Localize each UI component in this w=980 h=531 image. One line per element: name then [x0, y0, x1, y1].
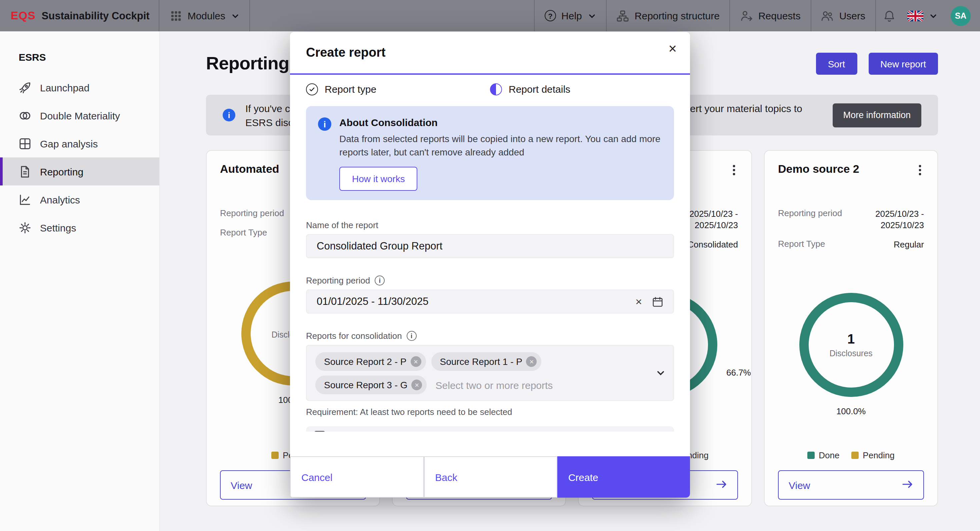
donut-value: 1 [847, 332, 855, 347]
legend-label: Done [819, 450, 839, 460]
dialog-stepper: Report type Report details [290, 75, 690, 104]
reporting-structure-button[interactable]: Reporting structure [607, 0, 730, 31]
donut-label: Disclosures [829, 349, 872, 358]
report-card: Demo source 2 Reporting period2025/10/23… [764, 150, 938, 506]
gear-icon [19, 221, 31, 234]
sidebar-item-label: Gap analysis [40, 138, 98, 149]
half-circle-icon [490, 83, 502, 95]
report-name-input[interactable]: Consolidated Group Report [306, 234, 674, 258]
consolidation-info-box: i About Consolidation Data from selected… [306, 106, 674, 200]
help-label: Help [562, 10, 582, 21]
back-button[interactable]: Back [424, 456, 557, 498]
how-it-works-button[interactable]: How it works [339, 167, 418, 191]
chevron-down-icon[interactable] [656, 368, 665, 378]
chevron-down-icon [588, 12, 596, 20]
kebab-menu-icon[interactable] [916, 163, 924, 180]
chevron-down-icon [231, 12, 239, 20]
donut-percent-label: 100.0% [836, 406, 865, 416]
top-navbar: EQS Sustainability Cockpit Modules ? Hel… [0, 0, 980, 31]
field-label: Report Type [778, 239, 825, 250]
modules-grid-icon [170, 10, 182, 22]
kebab-menu-icon[interactable] [730, 163, 738, 180]
report-name-value: Consolidated Group Report [317, 240, 663, 252]
notifications-button[interactable] [876, 0, 902, 31]
reports-multiselect[interactable]: Source Report 2 - P × Source Report 1 - … [306, 345, 674, 401]
sidebar-item-reporting[interactable]: Reporting [0, 158, 159, 185]
info-icon: i [223, 109, 235, 121]
divider [249, 0, 250, 31]
double-materiality-icon [19, 109, 31, 122]
calendar-icon[interactable] [652, 296, 663, 307]
uk-flag-icon [907, 10, 923, 21]
remove-chip-icon[interactable]: × [527, 356, 537, 367]
banner-text-line2: ESRS disc [245, 115, 293, 129]
modules-menu[interactable]: Modules [160, 0, 249, 31]
user-avatar[interactable]: SA [951, 6, 970, 26]
chevron-down-icon [929, 12, 937, 20]
arrow-right-icon [902, 479, 913, 491]
label-text: Name of the report [306, 220, 378, 230]
period-field-label: Reporting period i [306, 276, 674, 285]
sidebar-item-double-materiality[interactable]: Double Materiality [0, 101, 159, 129]
info-tooltip-icon[interactable]: i [407, 331, 417, 341]
clear-icon[interactable]: × [635, 296, 642, 307]
step-report-details[interactable]: Report details [490, 83, 674, 95]
donut-percent-label: 66.7% [726, 368, 751, 378]
legend-swatch [807, 451, 815, 459]
field-value: Consolidated [687, 239, 738, 250]
field-value: Regular [894, 239, 924, 250]
view-label: View [231, 479, 252, 491]
sidebar-item-launchpad[interactable]: Launchpad [0, 73, 159, 101]
sidebar-item-analytics[interactable]: Analytics [0, 185, 159, 214]
selected-report-chip: Source Report 2 - P × [315, 352, 426, 371]
report-icon [19, 165, 31, 178]
eqs-logo: EQS [11, 9, 36, 22]
language-selector[interactable] [902, 0, 943, 31]
selected-report-chip: Source Report 3 - G × [315, 376, 427, 394]
sidebar-item-settings[interactable]: Settings [0, 214, 159, 241]
step-report-type[interactable]: Report type [306, 83, 490, 95]
reporting-period-input[interactable]: 01/01/2025 - 11/30/2025 × [306, 290, 674, 314]
requests-label: Requests [758, 10, 801, 21]
new-report-button[interactable]: New report [868, 53, 938, 75]
selected-report-chip: Source Report 1 - P × [431, 352, 541, 371]
help-menu[interactable]: ? Help [535, 0, 606, 31]
bell-icon [883, 10, 895, 22]
sidebar-item-label: Launchpad [40, 82, 90, 93]
legend-swatch [271, 451, 278, 459]
dialog-header: Create report × [290, 32, 690, 75]
page-title: Reporting [206, 53, 290, 74]
remove-chip-icon[interactable]: × [412, 380, 422, 390]
reporting-period-value: 01/01/2025 - 11/30/2025 [317, 295, 635, 308]
info-tooltip-icon[interactable]: i [375, 276, 385, 285]
users-button[interactable]: Users [811, 0, 875, 31]
more-information-button[interactable]: More information [832, 103, 921, 127]
modules-label: Modules [188, 10, 225, 21]
requests-button[interactable]: Requests [730, 0, 811, 31]
field-label: Reporting period [220, 208, 284, 220]
checkbox[interactable] [314, 431, 325, 432]
sidebar-item-label: Settings [40, 222, 76, 233]
cancel-button[interactable]: Cancel [290, 456, 424, 498]
sidebar-item-gap-analysis[interactable]: Gap analysis [0, 129, 159, 158]
rocket-icon [19, 81, 31, 94]
sidebar: ESRS Launchpad Double Materiality Gap an… [0, 31, 160, 531]
legend-swatch [851, 451, 859, 459]
help-icon: ? [545, 10, 556, 21]
sort-button[interactable]: Sort [816, 53, 857, 75]
create-button[interactable]: Create [558, 456, 690, 498]
app-title: Sustainability Cockpit [42, 10, 150, 22]
label-text: Reports for consolidation [306, 331, 402, 341]
field-value: 2025/10/23 - 2025/10/23 [689, 208, 738, 231]
chart-legend: Done Pending [778, 450, 924, 460]
chip-label: Source Report 2 - P [324, 356, 406, 367]
sidebar-section-label: ESRS [0, 51, 159, 63]
close-icon[interactable]: × [668, 41, 677, 55]
view-report-button[interactable]: View [778, 470, 924, 500]
remove-chip-icon[interactable]: × [410, 356, 421, 367]
name-field-label: Name of the report [306, 220, 674, 230]
label-text: Reporting period [306, 276, 370, 285]
sidebar-item-label: Double Materiality [40, 110, 120, 121]
reporting-structure-label: Reporting structure [635, 10, 720, 21]
info-icon: i [318, 117, 331, 131]
